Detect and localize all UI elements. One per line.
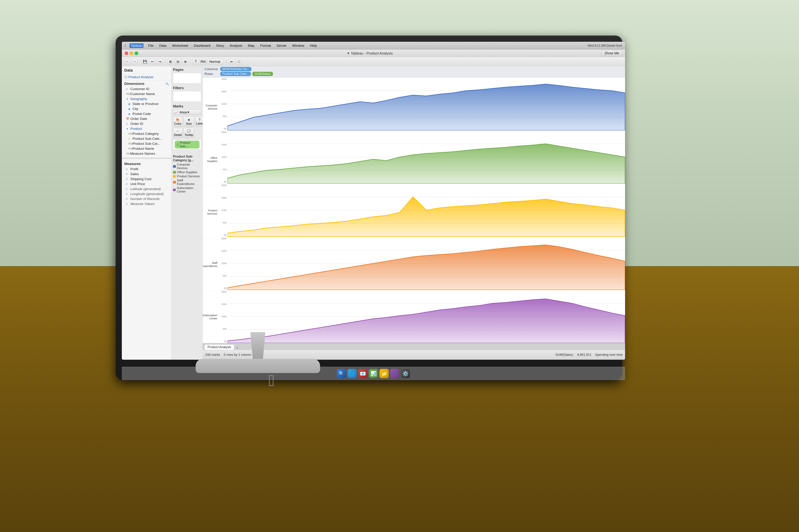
menu-story[interactable]: Story (215, 43, 225, 48)
toolbar-btn-5[interactable]: ⊕ (182, 59, 188, 64)
meas-longitude[interactable]: # Longitude (generated) (122, 191, 171, 196)
dimensions-search-icon[interactable]: 🔍 (165, 82, 169, 86)
dim-product-category[interactable]: Abc Product Category (122, 131, 171, 136)
add-sheet-button[interactable]: + (236, 346, 238, 350)
row-labels: ComputerDevices OfficeSupplies ProductSe… (203, 77, 219, 343)
meas-latitude[interactable]: # Latitude (generated) (122, 187, 171, 191)
hash-icon-2: # (126, 122, 129, 125)
menu-format[interactable]: Format (259, 43, 272, 48)
toolbar-btn-6[interactable]: T (193, 59, 199, 64)
menu-server[interactable]: Server (275, 43, 288, 48)
dim-label: Measure Names (130, 152, 155, 156)
minimize-button[interactable] (130, 52, 133, 55)
menu-map[interactable]: Map (247, 43, 256, 48)
redo-button[interactable]: ↪ (157, 59, 163, 64)
row-label-2: ProductServices (203, 186, 219, 238)
tooltip-label: Tooltip (184, 133, 193, 137)
menu-help[interactable]: Help (309, 43, 318, 48)
dock-app-5[interactable]: 📁 (380, 369, 389, 378)
color-button[interactable]: 🎨 Color (173, 117, 182, 127)
dock-finder[interactable]: 🔍 (337, 369, 346, 378)
dim-product-subcate1[interactable]: ⬡ Product Sub-Cate... (122, 136, 171, 141)
dim-geography[interactable]: ▼ Geography (122, 96, 171, 101)
hash-icon-m8: # (126, 203, 129, 205)
rows-pill-1[interactable]: Product Sub-Cate... (220, 72, 251, 76)
toolbar-btn-4[interactable]: ⊟ (175, 59, 181, 64)
marks-field-product[interactable]: ⬡ Product Sub-... (173, 140, 201, 149)
color-icon: 🎨 (176, 118, 180, 122)
dim-measure-names[interactable]: Abc Measure Names (122, 151, 171, 156)
menu-analysis[interactable]: Analysis (229, 43, 243, 48)
back-button[interactable]: ← (124, 59, 130, 64)
show-me-button[interactable]: Show Me (601, 50, 622, 56)
normal-dropdown[interactable]: Normal (208, 59, 224, 64)
dock-app-7[interactable]: ⚙️ (401, 369, 410, 378)
dim-customer-id[interactable]: # Customer ID (122, 87, 171, 92)
fit-width-button[interactable]: ⇔ (228, 59, 234, 64)
chart-svg-2 (228, 184, 625, 236)
hash-icon: # (126, 88, 129, 90)
abc-icon-3: Abc (128, 142, 131, 145)
menu-window[interactable]: Window (291, 43, 305, 48)
close-button[interactable] (125, 52, 128, 55)
datasource-item[interactable]: ⬡ Product Analysis (122, 74, 171, 80)
menu-file[interactable]: File (147, 43, 155, 48)
meas-label: Number of Records (130, 197, 160, 201)
save-button[interactable]: 💾 (142, 59, 148, 64)
meas-shipping[interactable]: # Shipping Cost (122, 176, 171, 182)
y-label: 150K (219, 143, 227, 146)
chart-shelves: Columns MONTH(Order Da... Rows Product S… (203, 66, 625, 77)
dim-product-name[interactable]: Abc Product Name (122, 146, 171, 151)
maximize-button[interactable] (134, 52, 138, 55)
dock-app-3[interactable]: 📧 (358, 369, 367, 378)
size-button[interactable]: ⊕ Size (183, 117, 194, 127)
dim-order-date[interactable]: 📅 Order Date (122, 116, 171, 121)
legend-item-2: Product Services (173, 175, 201, 178)
dim-order-id[interactable]: # Order ID (122, 121, 171, 126)
rows-pill-2[interactable]: SUM(Sales) (252, 72, 273, 76)
dock-app-6[interactable]: 🎵 (390, 369, 399, 378)
chart-panel-2: 200K 150K 100K 50K 0K (219, 184, 625, 237)
dim-customer-name[interactable]: Abc Customer Name (122, 92, 171, 96)
y-label: 0K (219, 180, 227, 183)
menu-dashboard[interactable]: Dashboard (193, 43, 212, 48)
y-label: 150K (219, 303, 227, 305)
meas-unit-price[interactable]: # Unit Price (122, 182, 171, 187)
dim-product-subcate2[interactable]: Abc Product Sub-Cat... (122, 141, 171, 146)
dim-city[interactable]: ◉ City (122, 107, 171, 111)
menu-data[interactable]: Data (158, 43, 167, 48)
product-sub-pill[interactable]: ⬡ Product Sub-... (175, 141, 200, 149)
chart-panel-4: 200K 150K 100K 50K 0K (219, 290, 625, 343)
y-label: 150K (219, 90, 227, 93)
tooltip-button[interactable]: 💬 Tooltip (183, 128, 194, 138)
dim-state[interactable]: ◉ State or Province (122, 101, 171, 107)
expand-icon: ▼ (126, 97, 129, 100)
detail-button[interactable]: ⋯ Detail (173, 128, 182, 138)
chart-svg-4 (228, 290, 625, 343)
chart-area: Columns MONTH(Order Da... Rows Product S… (203, 66, 625, 360)
dock-app-2[interactable]: 🌐 (347, 369, 357, 378)
toolbar-btn-8[interactable]: □ (236, 59, 242, 64)
chart-body: ComputerDevices OfficeSupplies ProductSe… (203, 77, 625, 343)
meas-profit[interactable]: # Profit (122, 167, 171, 172)
meas-sales[interactable]: # Sales (122, 172, 171, 176)
menu-worksheet[interactable]: Worksheet (171, 43, 189, 48)
hash-icon-m1: # (126, 168, 129, 171)
dock-app-4[interactable]: 📊 (369, 369, 378, 378)
marks-type-select[interactable]: 📈 Area ▾ (173, 110, 201, 115)
forward-button[interactable]: → (131, 59, 138, 64)
tab-product-analysis[interactable]: Product Analysis (204, 344, 234, 350)
undo-button[interactable]: ↩ (149, 59, 156, 64)
dim-postal[interactable]: ◉ Postal Code (122, 111, 171, 116)
columns-pill[interactable]: MONTH(Order Da... (220, 67, 252, 71)
toolbar-btn-3[interactable]: ⊞ (167, 59, 174, 64)
meas-measure-values[interactable]: # Measure Values (122, 202, 171, 206)
chart-svg-0 (228, 77, 625, 130)
legend-title: Product Sub-Category (g... (173, 155, 201, 162)
dim-product[interactable]: ▼ Product (122, 126, 171, 131)
menu-tableau[interactable]: Tableau (129, 43, 144, 48)
meas-num-records[interactable]: # Number of Records (122, 196, 171, 202)
marks-count: 240 marks (205, 353, 220, 357)
toolbar-btn-7[interactable]: Abc (200, 59, 206, 64)
tableau-app:  Tableau File Data Worksheet Dashboard … (122, 42, 625, 360)
